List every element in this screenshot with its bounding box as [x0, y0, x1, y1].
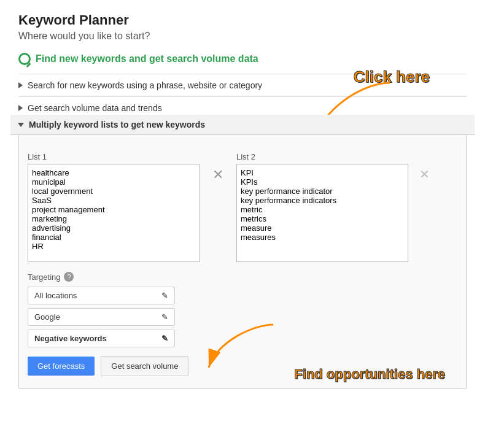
phrase-section-label: Search for new keywords using a phrase, …: [28, 80, 262, 90]
get-search-volume-button[interactable]: Get search volume: [101, 356, 188, 376]
targeting-help-badge[interactable]: ?: [64, 272, 74, 282]
arrow-down-icon: [18, 123, 24, 127]
list1-textarea[interactable]: healthcare municipal local government Sa…: [28, 164, 200, 262]
location-targeting-row[interactable]: All locations ✎: [28, 287, 175, 304]
phrase-section[interactable]: Search for new keywords using a phrase, …: [18, 74, 467, 96]
arrow-right-icon: [18, 82, 23, 88]
multiply-section-header[interactable]: Multiply keyword lists to get new keywor…: [10, 115, 475, 135]
multiply-x-divider: ✕: [200, 167, 236, 183]
list1-box: List 1 healthcare municipal local govern…: [28, 152, 200, 262]
list2-clear-icon[interactable]: ✕: [419, 167, 430, 182]
negative-keywords-label: Negative keywords: [34, 334, 107, 343]
targeting-section: Targeting ? All locations ✎ Google ✎ Neg…: [28, 272, 457, 347]
network-edit-icon[interactable]: ✎: [161, 312, 168, 322]
list2-clear-area: ✕: [412, 167, 437, 182]
green-option-label: Find new keywords and get search volume …: [36, 53, 258, 64]
network-value: Google: [34, 312, 60, 322]
targeting-label: Targeting ?: [28, 272, 457, 282]
negative-keywords-edit-icon[interactable]: ✎: [161, 334, 168, 343]
arrow-right-icon-2: [18, 105, 23, 111]
find-new-keywords-option[interactable]: Find new keywords and get search volume …: [18, 53, 467, 65]
page-subtitle: Where would you like to start?: [18, 31, 467, 42]
network-targeting-row[interactable]: Google ✎: [28, 308, 175, 326]
list2-label: List 2: [236, 152, 408, 161]
list2-area: List 2 KPI KPIs key performance indicato…: [236, 152, 457, 262]
multiply-x-icon: ✕: [212, 167, 223, 183]
location-value: All locations: [34, 291, 77, 300]
volume-section-label: Get search volume data and trends: [28, 103, 162, 113]
keyword-lists-container: List 1 healthcare municipal local govern…: [28, 152, 457, 262]
list2-textarea[interactable]: KPI KPIs key performance indicator key p…: [236, 164, 408, 262]
location-edit-icon[interactable]: ✎: [161, 291, 168, 300]
multiply-section-label: Multiply keyword lists to get new keywor…: [29, 120, 205, 129]
search-icon: [18, 53, 31, 65]
negative-keywords-row[interactable]: Negative keywords ✎: [28, 330, 175, 347]
page-title: Keyword Planner: [18, 12, 467, 28]
list1-label: List 1: [28, 152, 200, 161]
action-buttons-row: Get forecasts Get search volume: [28, 356, 457, 376]
get-forecasts-button[interactable]: Get forecasts: [28, 357, 95, 376]
list2-box: List 2 KPI KPIs key performance indicato…: [236, 152, 408, 262]
